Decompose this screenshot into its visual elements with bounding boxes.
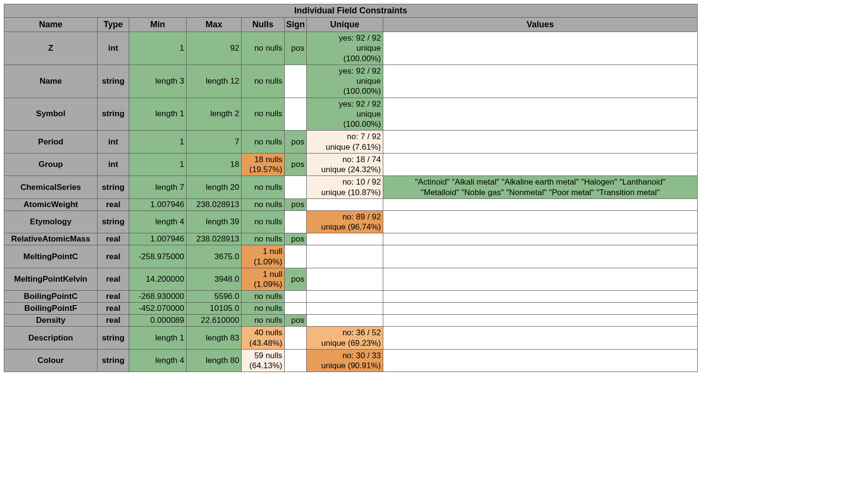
table-row: ChemicalSeriesstringlength 7length 20no …: [4, 176, 698, 199]
cell-max: 3675.0: [187, 245, 242, 268]
cell-values: [383, 291, 698, 303]
cell-min: length 1: [129, 98, 187, 131]
field-type: real: [98, 245, 129, 268]
cell-values: [383, 233, 698, 245]
field-type: int: [98, 153, 129, 176]
cell-sign: [285, 291, 307, 303]
cell-sign: pos: [285, 198, 307, 210]
cell-unique: [307, 291, 383, 303]
cell-unique: [307, 303, 383, 315]
table-title: Individual Field Constraints: [4, 4, 698, 18]
table-row: BoilingPointFreal-452.07000010105.0no nu…: [4, 303, 698, 315]
cell-unique: [307, 268, 383, 291]
cell-nulls: no nulls: [242, 32, 285, 65]
cell-max: 238.028913: [187, 198, 242, 210]
cell-min: 1: [129, 32, 187, 65]
cell-values: [383, 349, 698, 372]
cell-nulls: 18 nulls(19.57%): [242, 153, 285, 176]
cell-unique: no: 18 / 74unique (24.32%): [307, 153, 383, 176]
field-name: MeltingPointKelvin: [4, 268, 98, 291]
cell-sign: [285, 245, 307, 268]
field-type: real: [98, 268, 129, 291]
cell-max: length 39: [187, 210, 242, 233]
cell-nulls: no nulls: [242, 291, 285, 303]
table-row: Etymologystringlength 4length 39no nulls…: [4, 210, 698, 233]
cell-nulls: no nulls: [242, 210, 285, 233]
cell-sign: [285, 98, 307, 131]
field-type: int: [98, 131, 129, 154]
cell-values: [383, 153, 698, 176]
cell-min: length 3: [129, 65, 187, 98]
field-name: Symbol: [4, 98, 98, 131]
field-name: BoilingPointC: [4, 291, 98, 303]
field-type: string: [98, 327, 129, 350]
table-row: Groupint11818 nulls(19.57%)posno: 18 / 7…: [4, 153, 698, 176]
field-name: Group: [4, 153, 98, 176]
cell-nulls: 40 nulls(43.48%): [242, 327, 285, 350]
cell-nulls: 1 null(1.09%): [242, 245, 285, 268]
cell-sign: pos: [285, 315, 307, 327]
cell-nulls: no nulls: [242, 303, 285, 315]
table-row: Symbolstringlength 1length 2no nullsyes:…: [4, 98, 698, 131]
cell-min: -452.070000: [129, 303, 187, 315]
cell-unique: [307, 233, 383, 245]
cell-values: [383, 303, 698, 315]
cell-unique: no: 30 / 33unique (90.91%): [307, 349, 383, 372]
field-name: AtomicWeight: [4, 198, 98, 210]
table-row: Descriptionstringlength 1length 8340 nul…: [4, 327, 698, 350]
cell-min: length 1: [129, 327, 187, 350]
field-type: int: [98, 32, 129, 65]
field-type: real: [98, 291, 129, 303]
field-type: string: [98, 210, 129, 233]
cell-max: length 12: [187, 65, 242, 98]
field-name: MeltingPointC: [4, 245, 98, 268]
cell-max: length 2: [187, 98, 242, 131]
cell-sign: [285, 210, 307, 233]
cell-sign: [285, 176, 307, 199]
cell-unique: [307, 245, 383, 268]
table-row: Colourstringlength 4length 8059 nulls(64…: [4, 349, 698, 372]
cell-values: [383, 245, 698, 268]
cell-nulls: no nulls: [242, 98, 285, 131]
cell-min: length 4: [129, 210, 187, 233]
cell-nulls: 1 null(1.09%): [242, 268, 285, 291]
cell-unique: yes: 92 / 92unique(100.00%): [307, 65, 383, 98]
cell-sign: [285, 349, 307, 372]
cell-min: -258.975000: [129, 245, 187, 268]
cell-max: 92: [187, 32, 242, 65]
cell-sign: pos: [285, 32, 307, 65]
field-name: Description: [4, 327, 98, 350]
cell-max: length 80: [187, 349, 242, 372]
field-name: Period: [4, 131, 98, 154]
cell-unique: yes: 92 / 92unique(100.00%): [307, 32, 383, 65]
field-name: Z: [4, 32, 98, 65]
cell-unique: [307, 315, 383, 327]
cell-values: "Actinoid" "Alkali metal" "Alkaline eart…: [383, 176, 698, 199]
col-name: Name: [4, 18, 98, 32]
cell-unique: no: 10 / 92unique (10.87%): [307, 176, 383, 199]
field-name: Colour: [4, 349, 98, 372]
cell-sign: [285, 327, 307, 350]
cell-nulls: no nulls: [242, 315, 285, 327]
field-type: real: [98, 198, 129, 210]
col-min: Min: [129, 18, 187, 32]
table-row: Densityreal0.00008922.610000no nullspos: [4, 315, 698, 327]
cell-values: [383, 198, 698, 210]
table-row: RelativeAtomicMassreal1.007946238.028913…: [4, 233, 698, 245]
cell-min: 14.200000: [129, 268, 187, 291]
col-max: Max: [187, 18, 242, 32]
table-row: Namestringlength 3length 12no nullsyes: …: [4, 65, 698, 98]
table-row: MeltingPointCreal-258.9750003675.01 null…: [4, 245, 698, 268]
field-name: Etymology: [4, 210, 98, 233]
cell-min: 1: [129, 131, 187, 154]
table-row: MeltingPointKelvinreal14.2000003948.01 n…: [4, 268, 698, 291]
header-row: Name Type Min Max Nulls Sign Unique Valu…: [4, 18, 698, 32]
cell-values: [383, 327, 698, 350]
cell-max: 22.610000: [187, 315, 242, 327]
field-type: string: [98, 98, 129, 131]
cell-values: [383, 32, 698, 65]
cell-min: 1.007946: [129, 198, 187, 210]
constraints-table: Individual Field Constraints Name Type M…: [4, 4, 698, 372]
col-unique: Unique: [307, 18, 383, 32]
field-type: string: [98, 349, 129, 372]
